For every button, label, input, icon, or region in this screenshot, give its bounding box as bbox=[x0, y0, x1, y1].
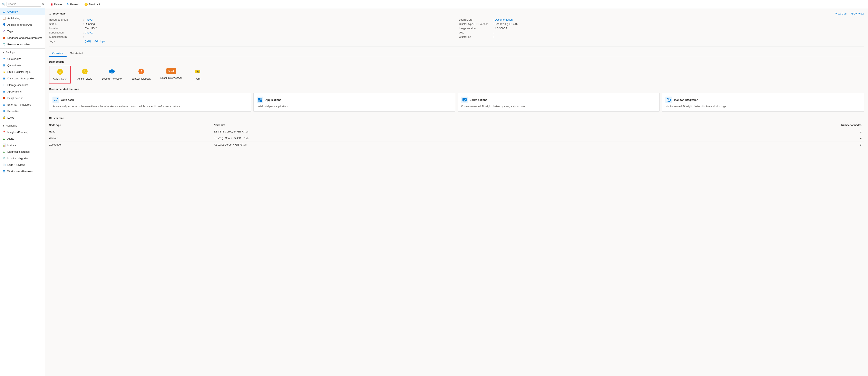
sidebar-item-cluster-size[interactable]: ✏ Cluster size bbox=[0, 56, 45, 62]
sidebar-item-label: Cluster size bbox=[7, 57, 21, 60]
sidebar-item-label: Applications bbox=[7, 90, 22, 93]
svg-text:A: A bbox=[84, 70, 86, 73]
sidebar-item-resource-visualizer[interactable]: ⬡ Resource visualizer bbox=[0, 41, 45, 48]
jupyter-notebook-label: Jupyter notebook bbox=[132, 77, 151, 80]
resource-group-move-link[interactable]: (move) bbox=[85, 18, 93, 21]
refresh-button[interactable]: ↻ Refresh bbox=[65, 2, 82, 7]
tags-edit-link[interactable]: (edit) bbox=[85, 40, 91, 43]
sidebar-item-label: Diagnose and solve problems bbox=[7, 36, 42, 39]
json-view-link[interactable]: JSON View bbox=[850, 12, 864, 15]
essentials-actions: View Cost JSON View bbox=[835, 12, 864, 15]
sidebar-item-diagnostic-settings[interactable]: ⊞ Diagnostic settings bbox=[0, 148, 45, 155]
dashboard-item-yarn[interactable]: 🐝 Yarn bbox=[189, 66, 207, 84]
svg-rect-12 bbox=[53, 97, 59, 103]
sidebar-item-alerts[interactable]: ⊞ Alerts bbox=[0, 135, 45, 142]
sidebar-item-activity-log[interactable]: 📋 Activity log bbox=[0, 15, 45, 22]
sidebar-item-script-actions[interactable]: ✖ Script actions bbox=[0, 95, 45, 101]
sidebar-item-tags[interactable]: 🏷 Tags bbox=[0, 28, 45, 34]
sidebar-item-label: Insights (Preview) bbox=[7, 131, 28, 134]
essentials-image-version: Image version : 4.0.3000.1 bbox=[459, 26, 864, 30]
sidebar-item-properties[interactable]: ≡ Properties bbox=[0, 108, 45, 114]
applications-icon: ⊞ bbox=[2, 90, 6, 93]
sidebar-search-bar: 🔍 ✕ ‹ bbox=[0, 0, 45, 8]
settings-section-label: Settings bbox=[6, 51, 15, 54]
ambari-views-icon: A bbox=[82, 68, 88, 76]
search-input[interactable] bbox=[6, 2, 41, 6]
sidebar-item-logs-preview[interactable]: 📄 Logs (Preview) bbox=[0, 161, 45, 168]
alerts-icon: ⊞ bbox=[2, 137, 6, 140]
feature-card-auto-scale[interactable]: Auto scale Automatically increase or dec… bbox=[49, 93, 251, 112]
monitor-integration-header: Monitor integration bbox=[665, 97, 861, 103]
main-tabs: Overview Get started bbox=[49, 50, 864, 57]
sidebar-item-data-lake-storage[interactable]: ⊞ Data Lake Storage Gen1 bbox=[0, 75, 45, 82]
quota-limits-icon: ⊞ bbox=[2, 64, 6, 67]
auto-scale-header: Auto scale bbox=[53, 97, 247, 103]
sidebar-item-access-control[interactable]: 👤 Access control (IAM) bbox=[0, 22, 45, 28]
tab-get-started[interactable]: Get started bbox=[67, 50, 86, 57]
dashboard-item-jupyter-notebook[interactable]: J Jupyter notebook bbox=[128, 66, 154, 84]
svg-rect-18 bbox=[258, 100, 260, 102]
monitor-integration-icon: ⊕ bbox=[2, 157, 6, 160]
feedback-button[interactable]: 😊 Feedback bbox=[82, 2, 102, 7]
sidebar-item-storage-accounts[interactable]: ⊞ Storage accounts bbox=[0, 82, 45, 88]
insights-icon: 📍 bbox=[2, 130, 6, 134]
sidebar-item-monitor-integration[interactable]: ⊕ Monitor integration bbox=[0, 155, 45, 161]
delete-button[interactable]: 🗑 Delete bbox=[48, 2, 64, 7]
monitor-integration-feature-icon bbox=[665, 97, 672, 103]
zeppelin-notebook-label: Zeppelin notebook bbox=[102, 77, 122, 80]
features-grid: Auto scale Automatically increase or dec… bbox=[49, 93, 864, 112]
dashboards-section-title: Dashboards bbox=[49, 60, 864, 63]
view-cost-link[interactable]: View Cost bbox=[835, 12, 847, 15]
chevron-up-icon[interactable]: ▲ bbox=[49, 12, 51, 15]
sidebar-item-label: Access control (IAM) bbox=[7, 23, 32, 26]
feature-card-monitor-integration[interactable]: Monitor integration Monitor Azure HDInsi… bbox=[662, 93, 864, 112]
essentials-resource-group: Resource group : (move) bbox=[49, 18, 454, 22]
essentials-learn-more: Learn More : Documentation bbox=[459, 18, 864, 22]
settings-section-header[interactable]: ▼ Settings bbox=[0, 50, 45, 56]
essentials-right-col: Learn More : Documentation Cluster type,… bbox=[459, 18, 864, 43]
storage-accounts-icon: ⊞ bbox=[2, 83, 6, 87]
sidebar-item-applications[interactable]: ⊞ Applications bbox=[0, 88, 45, 95]
sidebar-item-overview[interactable]: ⊞ Overview bbox=[0, 8, 45, 15]
subscription-move-link[interactable]: (move) bbox=[85, 31, 93, 34]
sidebar-item-label: Metrics bbox=[7, 144, 16, 147]
feature-card-applications[interactable]: Applications Install third party applica… bbox=[253, 93, 455, 112]
sidebar-item-label: External metastores bbox=[7, 103, 31, 106]
dashboard-item-zeppelin-notebook[interactable]: Z Zeppelin notebook bbox=[99, 66, 125, 84]
sidebar-item-external-metastores[interactable]: ⊞ External metastores bbox=[0, 101, 45, 108]
dashboards-section: Dashboards A Ambari home A Ambari views bbox=[49, 60, 864, 84]
svg-rect-19 bbox=[260, 100, 262, 102]
dashboard-item-spark-history-server[interactable]: Spark Spark history server bbox=[157, 66, 186, 84]
close-icon[interactable]: ✕ bbox=[42, 3, 44, 6]
node-count-head: 2 bbox=[618, 128, 864, 135]
monitoring-section-header[interactable]: ▼ Monitoring bbox=[0, 123, 45, 129]
sidebar-item-label: Workbooks (Preview) bbox=[7, 170, 32, 173]
ambari-home-label: Ambari home bbox=[53, 78, 67, 81]
spark-history-server-icon: Spark bbox=[166, 68, 176, 75]
node-type-zookeeper: Zookeeper bbox=[49, 141, 214, 148]
svg-text:Spark: Spark bbox=[168, 70, 175, 72]
sidebar-item-diagnose[interactable]: ✖ Diagnose and solve problems bbox=[0, 34, 45, 41]
sidebar-item-insights-preview[interactable]: 📍 Insights (Preview) bbox=[0, 129, 45, 135]
svg-text:J: J bbox=[141, 70, 142, 73]
sidebar-item-workbooks-preview[interactable]: ⊞ Workbooks (Preview) bbox=[0, 168, 45, 175]
tab-overview[interactable]: Overview bbox=[49, 50, 67, 57]
sidebar-item-ssh-cluster-login[interactable]: ★ SSH + Cluster login bbox=[0, 69, 45, 75]
feedback-icon: 😊 bbox=[84, 3, 88, 6]
sidebar-item-quota-limits[interactable]: ⊞ Quota limits bbox=[0, 62, 45, 69]
add-tags-link[interactable]: Add tags bbox=[95, 40, 105, 43]
sidebar-item-label: Diagnostic settings bbox=[7, 150, 30, 153]
script-actions-icon: ✖ bbox=[2, 96, 6, 100]
dashboard-item-ambari-home[interactable]: A Ambari home bbox=[49, 66, 71, 84]
svg-rect-17 bbox=[260, 98, 262, 100]
col-header-node-size: Node size bbox=[214, 122, 618, 128]
dashboard-item-ambari-views[interactable]: A Ambari views bbox=[74, 66, 95, 84]
essentials-subscription-id: Subscription ID : bbox=[49, 35, 454, 39]
sidebar-item-metrics[interactable]: 📊 Metrics bbox=[0, 142, 45, 148]
sidebar-item-label: Resource visualizer bbox=[7, 43, 30, 46]
documentation-link[interactable]: Documentation bbox=[495, 18, 513, 21]
sidebar-item-label: Data Lake Storage Gen1 bbox=[7, 77, 37, 80]
svg-rect-15 bbox=[257, 97, 263, 103]
sidebar-item-locks[interactable]: 🔒 Locks bbox=[0, 114, 45, 121]
feature-card-script-actions[interactable]: Script actions Customize Azure HDInsight… bbox=[458, 93, 660, 112]
